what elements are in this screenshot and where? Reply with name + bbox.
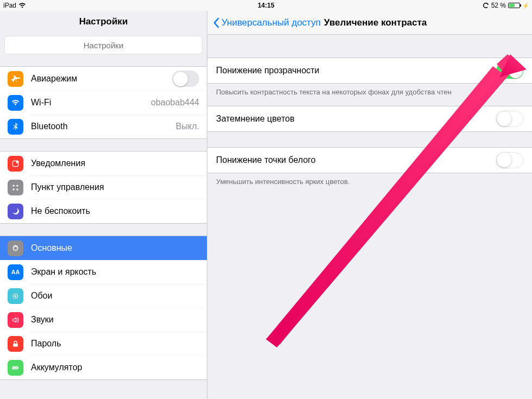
sidebar: Настройки Авиарежим Wi-Fi obaobab444: [0, 11, 207, 399]
sidebar-item-dnd[interactable]: Не беспокоить: [0, 199, 207, 223]
sidebar-item-display[interactable]: AA Экран и яркость: [0, 260, 207, 284]
darken-colors-toggle[interactable]: [496, 111, 523, 127]
whitepoint-caption: Уменьшить интенсивность ярких цветов.: [207, 173, 532, 199]
sidebar-item-label: Wi-Fi: [31, 98, 51, 107]
detail-header: Универсальный доступ Увеличение контраст…: [207, 11, 532, 35]
sidebar-item-label: Не беспокоить: [31, 206, 90, 216]
reduce-whitepoint-group: Понижение точки белого: [207, 147, 532, 173]
wallpaper-icon: [8, 288, 23, 304]
back-label: Универсальный доступ: [221, 17, 321, 28]
sidebar-item-label: Звуки: [31, 315, 54, 325]
sidebar-item-sounds[interactable]: Звуки: [0, 308, 207, 332]
bluetooth-value: Выкл.: [176, 122, 199, 131]
sidebar-title: Настройки: [0, 11, 207, 31]
notifications-icon: [8, 156, 23, 172]
sidebar-item-notifications[interactable]: Уведомления: [0, 151, 207, 175]
reduce-whitepoint-row[interactable]: Понижение точки белого: [207, 148, 532, 173]
dnd-icon: [8, 204, 23, 219]
device-label: iPad: [3, 2, 16, 9]
controlcenter-icon: [8, 180, 23, 195]
status-time: 14:15: [258, 2, 275, 9]
wifi-value: obaobab444: [151, 98, 199, 107]
airplane-icon: [8, 71, 23, 87]
sidebar-group-notifications: Уведомления Пункт управления Не беспокои…: [0, 151, 207, 224]
svg-point-3: [16, 185, 18, 186]
svg-rect-8: [13, 343, 18, 346]
sidebar-item-wifi[interactable]: Wi-Fi obaobab444: [0, 91, 207, 115]
sidebar-item-controlcenter[interactable]: Пункт управления: [0, 175, 207, 199]
status-bar: iPad 14:15 52 % ⚡: [0, 0, 532, 11]
svg-point-1: [16, 160, 18, 163]
sidebar-item-label: Пароль: [31, 339, 61, 349]
sidebar-item-passcode[interactable]: Пароль: [0, 332, 207, 356]
wifi-status-icon: [18, 3, 26, 8]
svg-rect-11: [13, 367, 17, 369]
detail-pane: Универсальный доступ Увеличение контраст…: [207, 11, 532, 399]
sidebar-item-label: Пункт управления: [31, 182, 104, 192]
reduce-whitepoint-toggle[interactable]: [496, 152, 523, 168]
reduce-transparency-row[interactable]: Понижение прозрачности: [207, 58, 532, 83]
svg-point-7: [15, 295, 16, 296]
search-input[interactable]: [4, 36, 202, 54]
sidebar-item-wallpaper[interactable]: Обои: [0, 284, 207, 308]
display-icon: AA: [8, 264, 23, 280]
sidebar-item-label: Обои: [31, 291, 52, 301]
svg-point-4: [12, 188, 14, 190]
reduce-whitepoint-label: Понижение точки белого: [216, 155, 315, 165]
sidebar-item-label: Авиарежим: [31, 74, 77, 84]
sidebar-group-connectivity: Авиарежим Wi-Fi obaobab444 Bluetooth Вык…: [0, 66, 207, 139]
passcode-icon: [8, 336, 23, 352]
darken-colors-row[interactable]: Затемнение цветов: [207, 106, 532, 131]
sidebar-item-airplane[interactable]: Авиарежим: [0, 67, 207, 91]
reduce-transparency-label: Понижение прозрачности: [216, 66, 319, 75]
svg-point-5: [16, 188, 18, 190]
darken-colors-group: Затемнение цветов: [207, 106, 532, 132]
reduce-transparency-toggle[interactable]: [496, 62, 523, 79]
sidebar-item-label: Аккумулятор: [31, 363, 82, 372]
sidebar-item-battery[interactable]: Аккумулятор: [0, 356, 207, 379]
reduce-transparency-group: Понижение прозрачности: [207, 58, 532, 84]
sidebar-item-general[interactable]: Основные: [0, 236, 207, 260]
sounds-icon: [8, 312, 23, 328]
airplane-toggle[interactable]: [172, 71, 199, 87]
back-button[interactable]: Универсальный доступ: [213, 17, 321, 28]
detail-title: Увеличение контраста: [324, 17, 427, 28]
darken-colors-label: Затемнение цветов: [216, 114, 295, 124]
sidebar-item-label: Bluetooth: [31, 122, 68, 131]
battery-percent: 52 %: [491, 2, 506, 9]
charging-icon: ⚡: [522, 3, 529, 9]
sidebar-group-general: Основные AA Экран и яркость Обои Звуки: [0, 236, 207, 380]
general-icon: [8, 240, 23, 256]
svg-point-2: [12, 185, 14, 186]
sync-icon: [483, 2, 489, 9]
battery-settings-icon: [8, 360, 23, 376]
svg-rect-10: [18, 367, 18, 369]
sidebar-item-bluetooth[interactable]: Bluetooth Выкл.: [0, 115, 207, 138]
sidebar-item-label: Экран и яркость: [31, 267, 96, 277]
sidebar-item-label: Уведомления: [31, 159, 85, 168]
battery-icon: [508, 3, 520, 8]
wifi-icon: [8, 95, 23, 111]
sidebar-item-label: Основные: [31, 243, 72, 253]
bluetooth-icon: [8, 119, 23, 135]
transparency-caption: Повысить контрастность текста на некотор…: [207, 84, 532, 106]
